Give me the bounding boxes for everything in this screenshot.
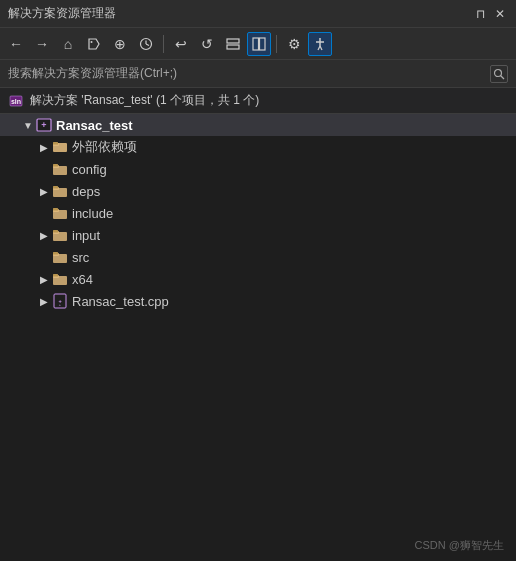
svg-point-13 bbox=[495, 69, 502, 76]
layout2-button[interactable] bbox=[247, 32, 271, 56]
deps-label: deps bbox=[72, 184, 100, 199]
title-actions: ⊓ ✕ bbox=[472, 6, 508, 22]
svg-rect-30 bbox=[53, 208, 58, 211]
solution-header: sln 解决方案 'Ransac_test' (1 个项目，共 1 个) bbox=[0, 88, 516, 114]
home-button[interactable]: ⌂ bbox=[56, 32, 80, 56]
title-bar: 解决方案资源管理器 ⊓ ✕ bbox=[0, 0, 516, 28]
svg-rect-8 bbox=[260, 38, 266, 50]
tree-item-config[interactable]: config bbox=[0, 158, 516, 180]
tree-item-external-deps[interactable]: 外部依赖项 bbox=[0, 136, 516, 158]
undo-button[interactable]: ↩ bbox=[169, 32, 193, 56]
expand-arrow-x64[interactable] bbox=[36, 271, 52, 287]
tree-item-deps[interactable]: deps bbox=[0, 180, 516, 202]
include-label: include bbox=[72, 206, 113, 221]
solution-explorer-tree: + Ransac_test 外部依赖项 bbox=[0, 114, 516, 561]
svg-point-1 bbox=[91, 41, 93, 43]
expand-arrow-ext-deps[interactable] bbox=[36, 139, 52, 155]
svg-rect-5 bbox=[227, 39, 239, 43]
ransac-cpp-label: Ransac_test.cpp bbox=[72, 294, 169, 309]
tree-container: + Ransac_test 外部依赖项 bbox=[0, 114, 516, 561]
svg-rect-21 bbox=[53, 142, 58, 145]
separator-1 bbox=[163, 35, 164, 53]
refresh-button[interactable]: ↺ bbox=[195, 32, 219, 56]
history-button[interactable] bbox=[134, 32, 158, 56]
expand-arrow-project[interactable] bbox=[20, 117, 36, 133]
svg-rect-6 bbox=[227, 45, 239, 49]
expand-arrow-ransac-cpp[interactable] bbox=[36, 293, 52, 309]
svg-rect-24 bbox=[53, 164, 58, 167]
svg-marker-0 bbox=[89, 39, 99, 49]
back-button[interactable]: ← bbox=[4, 32, 28, 56]
tree-item-input[interactable]: input bbox=[0, 224, 516, 246]
pin-button[interactable]: ⊓ bbox=[472, 6, 488, 22]
tree-item-x64[interactable]: x64 bbox=[0, 268, 516, 290]
svg-line-12 bbox=[320, 46, 322, 50]
svg-text:sln: sln bbox=[11, 98, 21, 105]
folder-include-icon bbox=[52, 205, 68, 221]
svg-text:+: + bbox=[41, 120, 46, 130]
separator-2 bbox=[276, 35, 277, 53]
svg-rect-33 bbox=[53, 230, 58, 233]
input-label: input bbox=[72, 228, 100, 243]
forward-button[interactable]: → bbox=[30, 32, 54, 56]
search-button[interactable] bbox=[490, 65, 508, 83]
expand-arrow-deps[interactable] bbox=[36, 183, 52, 199]
project-icon: + bbox=[36, 117, 52, 133]
toolbar: ← → ⌂ ⊕ ↩ ↺ ⚙ bbox=[0, 28, 516, 60]
project-label: Ransac_test bbox=[56, 118, 133, 133]
search-placeholder: 搜索解决方案资源管理器(Ctrl+;) bbox=[8, 65, 177, 82]
svg-rect-36 bbox=[53, 252, 58, 255]
solution-title: 解决方案 'Ransac_test' (1 个项目，共 1 个) bbox=[30, 92, 259, 109]
pin-right-button[interactable] bbox=[308, 32, 332, 56]
folder-config-icon bbox=[52, 161, 68, 177]
folder-x64-icon bbox=[52, 271, 68, 287]
close-button[interactable]: ✕ bbox=[492, 6, 508, 22]
solution-icon: sln bbox=[8, 93, 24, 109]
expand-arrow-input[interactable] bbox=[36, 227, 52, 243]
cpp-file-icon: + + bbox=[52, 293, 68, 309]
folder-src-icon bbox=[52, 249, 68, 265]
globe-button[interactable]: ⊕ bbox=[108, 32, 132, 56]
tree-item-ransac-cpp[interactable]: + + Ransac_test.cpp bbox=[0, 290, 516, 312]
search-bar: 搜索解决方案资源管理器(Ctrl+;) bbox=[0, 60, 516, 88]
external-deps-label: 外部依赖项 bbox=[72, 138, 137, 156]
external-deps-icon bbox=[52, 139, 68, 155]
footer-text: CSDN @狮智先生 bbox=[415, 539, 504, 551]
settings-button[interactable]: ⚙ bbox=[282, 32, 306, 56]
title-text: 解决方案资源管理器 bbox=[8, 5, 116, 22]
svg-rect-27 bbox=[53, 186, 58, 189]
folder-input-icon bbox=[52, 227, 68, 243]
tag-button[interactable] bbox=[82, 32, 106, 56]
svg-line-14 bbox=[501, 75, 505, 79]
svg-rect-7 bbox=[253, 38, 259, 50]
svg-rect-39 bbox=[53, 274, 58, 277]
tree-item-src[interactable]: src bbox=[0, 246, 516, 268]
footer-watermark: CSDN @狮智先生 bbox=[415, 538, 504, 553]
tree-item-project-root[interactable]: + Ransac_test bbox=[0, 114, 516, 136]
svg-line-4 bbox=[146, 44, 149, 46]
layout1-button[interactable] bbox=[221, 32, 245, 56]
config-label: config bbox=[72, 162, 107, 177]
src-label: src bbox=[72, 250, 89, 265]
x64-label: x64 bbox=[72, 272, 93, 287]
tree-item-include[interactable]: include bbox=[0, 202, 516, 224]
folder-deps-icon bbox=[52, 183, 68, 199]
